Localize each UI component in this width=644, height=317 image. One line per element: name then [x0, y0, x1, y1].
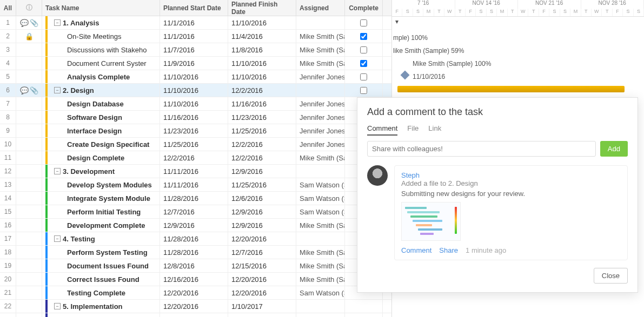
start-date-cell[interactable]: 12/20/2016 — [160, 313, 228, 317]
assigned-cell[interactable]: Sam Watson (S — [296, 205, 345, 218]
task-name-cell[interactable]: Development Complete — [42, 219, 160, 232]
assigned-cell[interactable] — [296, 84, 345, 97]
task-name-cell[interactable]: Integrate System Module — [42, 192, 160, 205]
collapse-toggle[interactable]: − — [54, 19, 61, 26]
complete-checkbox[interactable] — [360, 60, 367, 67]
table-row[interactable]: 22−5. Implementation12/20/20161/10/2017 — [0, 300, 391, 313]
finish-date-cell[interactable]: 12/26/2016 — [228, 313, 296, 317]
start-date-cell[interactable]: 12/16/2016 — [160, 273, 228, 286]
table-row[interactable]: 10Create Design Specificat11/25/201612/2… — [0, 138, 391, 151]
assigned-cell[interactable]: Sam Watson (S — [296, 192, 345, 205]
task-name-cell[interactable]: On-Site Installation — [42, 313, 160, 317]
finish-date-cell[interactable]: 12/20/2016 — [228, 286, 296, 299]
finish-date-cell[interactable]: 11/4/2016 — [228, 30, 296, 43]
finish-date-cell[interactable]: 12/15/2016 — [228, 259, 296, 272]
tab-file[interactable]: File — [407, 124, 419, 136]
col-task-name[interactable]: Task Name — [42, 0, 160, 16]
task-name-cell[interactable]: Discussions with Stakeho — [42, 43, 160, 56]
comment-action[interactable]: Comment — [401, 246, 431, 254]
close-button[interactable]: Close — [594, 268, 628, 284]
task-name-cell[interactable]: Create Design Specificat — [42, 138, 160, 151]
complete-checkbox[interactable] — [360, 19, 367, 26]
table-row[interactable]: 6💬📎−2. Design11/10/201612/2/2016 — [0, 84, 391, 97]
task-name-cell[interactable]: Document Issues Found — [42, 259, 160, 272]
finish-date-cell[interactable]: 11/10/2016 — [228, 16, 296, 29]
task-name-cell[interactable]: −5. Implementation — [42, 300, 160, 313]
table-row[interactable]: 4Document Current Syster11/9/201611/10/2… — [0, 57, 391, 70]
task-name-cell[interactable]: Analysis Complete — [42, 70, 160, 83]
complete-checkbox[interactable] — [360, 87, 367, 94]
table-row[interactable]: 1💬📎−1. Analysis11/1/201611/10/2016 — [0, 16, 391, 30]
add-button[interactable]: Add — [600, 141, 628, 157]
task-name-cell[interactable]: −2. Design — [42, 84, 160, 97]
start-date-cell[interactable]: 12/2/2016 — [160, 151, 228, 164]
assigned-cell[interactable]: Jennifer Jones — [296, 97, 345, 110]
assigned-cell[interactable]: Jennifer Jones — [296, 111, 345, 124]
finish-date-cell[interactable]: 12/9/2016 — [228, 205, 296, 218]
table-row[interactable]: 15Perform Initial Testing12/7/201612/9/2… — [0, 205, 391, 219]
col-planned-finish[interactable]: Planned Finish Date — [228, 0, 296, 16]
assigned-cell[interactable]: Mike Smith (Sa — [296, 259, 345, 272]
table-row[interactable]: 11Design Complete12/2/201612/2/2016Mike … — [0, 151, 391, 165]
task-name-cell[interactable]: Testing Complete — [42, 286, 160, 299]
assigned-cell[interactable]: Mike Smith (Sa — [296, 43, 345, 56]
finish-date-cell[interactable]: 12/9/2016 — [228, 165, 296, 178]
task-name-cell[interactable]: Develop System Modules — [42, 178, 160, 191]
table-row[interactable]: 13Develop System Modules11/11/201611/25/… — [0, 178, 391, 192]
col-planned-start[interactable]: Planned Start Date — [160, 0, 228, 16]
start-date-cell[interactable]: 11/1/2016 — [160, 30, 228, 43]
finish-date-cell[interactable]: 12/20/2016 — [228, 232, 296, 245]
table-row[interactable]: 9Interface Design11/23/201611/25/2016Jen… — [0, 124, 391, 138]
start-date-cell[interactable]: 11/25/2016 — [160, 138, 228, 151]
finish-date-cell[interactable]: 11/25/2016 — [228, 124, 296, 137]
task-name-cell[interactable]: Perform System Testing — [42, 246, 160, 259]
start-date-cell[interactable]: 11/23/2016 — [160, 124, 228, 137]
start-date-cell[interactable]: 11/9/2016 — [160, 57, 228, 70]
share-action[interactable]: Share — [439, 246, 458, 254]
task-name-cell[interactable]: Interface Design — [42, 124, 160, 137]
milestone-diamond[interactable] — [401, 71, 410, 80]
finish-date-cell[interactable]: 11/16/2016 — [228, 97, 296, 110]
start-date-cell[interactable]: 11/7/2016 — [160, 43, 228, 56]
start-date-cell[interactable]: 11/10/2016 — [160, 84, 228, 97]
finish-date-cell[interactable]: 12/6/2016 — [228, 192, 296, 205]
assigned-cell[interactable]: Sam Watson (S — [296, 286, 345, 299]
collapse-toggle[interactable]: − — [54, 87, 61, 93]
assigned-cell[interactable]: Jennifer Jones — [296, 313, 345, 317]
complete-checkbox[interactable] — [360, 46, 367, 53]
table-row[interactable]: 20Correct Issues Found12/16/201612/20/20… — [0, 273, 391, 286]
table-row[interactable]: 2🔒On-Site Meetings11/1/201611/4/2016Mike… — [0, 30, 391, 43]
table-row[interactable]: 23On-Site Installation12/20/201612/26/20… — [0, 313, 391, 317]
start-date-cell[interactable]: 11/10/2016 — [160, 70, 228, 83]
task-name-cell[interactable]: On-Site Meetings — [42, 30, 160, 43]
start-date-cell[interactable]: 12/20/2016 — [160, 300, 228, 313]
table-row[interactable]: 7Design Database11/10/201611/16/2016Jenn… — [0, 97, 391, 111]
comment-input[interactable] — [367, 141, 596, 157]
task-name-cell[interactable]: Correct Issues Found — [42, 273, 160, 286]
complete-checkbox[interactable] — [360, 73, 367, 80]
table-row[interactable]: 16Development Complete12/9/201612/9/2016… — [0, 219, 391, 232]
table-row[interactable]: 21Testing Complete12/20/201612/20/2016Sa… — [0, 286, 391, 300]
finish-date-cell[interactable]: 1/10/2017 — [228, 300, 296, 313]
table-row[interactable]: 3Discussions with Stakeho11/7/201611/8/2… — [0, 43, 391, 57]
task-name-cell[interactable]: Design Complete — [42, 151, 160, 164]
assigned-cell[interactable]: Mike Smith (Sa — [296, 57, 345, 70]
start-date-cell[interactable]: 11/11/2016 — [160, 178, 228, 191]
table-row[interactable]: 8Software Design11/16/201611/23/2016Jenn… — [0, 111, 391, 124]
start-date-cell[interactable]: 12/8/2016 — [160, 259, 228, 272]
finish-date-cell[interactable]: 12/9/2016 — [228, 219, 296, 232]
gantt-bar-design[interactable] — [397, 86, 625, 92]
start-date-cell[interactable]: 11/1/2016 — [160, 16, 228, 29]
assigned-cell[interactable] — [296, 300, 345, 313]
start-date-cell[interactable]: 11/28/2016 — [160, 246, 228, 259]
finish-date-cell[interactable]: 11/10/2016 — [228, 70, 296, 83]
collapse-toggle[interactable]: − — [54, 168, 61, 174]
assigned-cell[interactable]: Mike Smith (Sa — [296, 30, 345, 43]
assigned-cell[interactable] — [296, 232, 345, 245]
table-row[interactable]: 19Document Issues Found12/8/201612/15/20… — [0, 259, 391, 273]
finish-date-cell[interactable]: 12/2/2016 — [228, 151, 296, 164]
task-name-cell[interactable]: Perform Initial Testing — [42, 205, 160, 218]
table-row[interactable]: 17−4. Testing11/28/201612/20/2016 — [0, 232, 391, 246]
finish-date-cell[interactable]: 12/2/2016 — [228, 84, 296, 97]
table-row[interactable]: 14Integrate System Module11/28/201612/6/… — [0, 192, 391, 205]
